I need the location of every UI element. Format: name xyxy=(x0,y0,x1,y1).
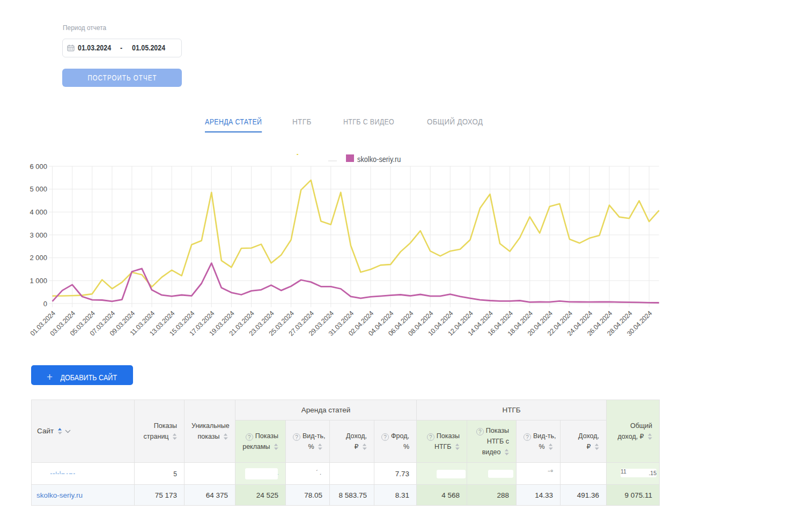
svg-text:0: 0 xyxy=(43,300,47,308)
svg-text:5 000: 5 000 xyxy=(30,185,47,193)
svg-text:2 000: 2 000 xyxy=(30,254,47,262)
svg-text:1 000: 1 000 xyxy=(30,277,47,285)
svg-text:6 000: 6 000 xyxy=(30,162,47,171)
svg-text:3 000: 3 000 xyxy=(30,231,47,239)
svg-text:4 000: 4 000 xyxy=(30,208,47,216)
